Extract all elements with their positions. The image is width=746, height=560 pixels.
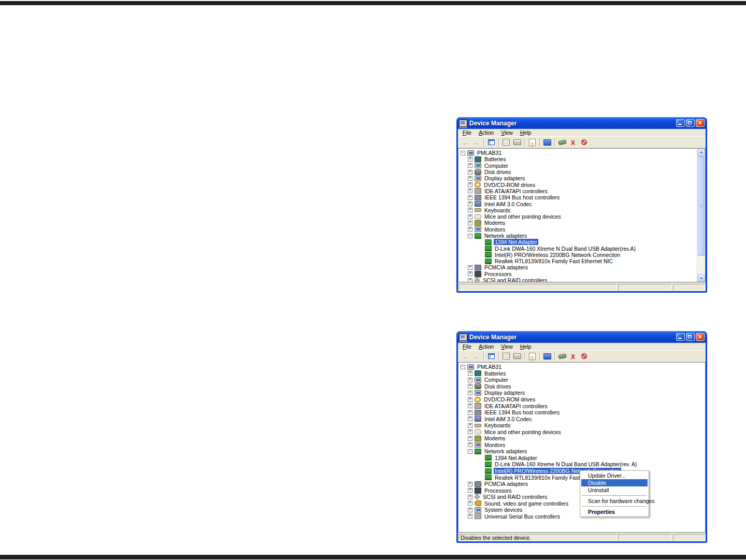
expand-toggle[interactable]: + <box>468 157 472 162</box>
title-bar[interactable]: Device Manager <box>456 331 707 343</box>
expand-toggle[interactable]: + <box>468 278 472 282</box>
tree-item[interactable]: +Disk drives <box>458 383 705 390</box>
expand-toggle[interactable]: + <box>468 501 472 506</box>
back-button[interactable] <box>460 138 470 147</box>
update-driver-button[interactable] <box>542 352 552 361</box>
expand-toggle[interactable]: + <box>468 384 472 389</box>
tree-item[interactable]: +Mice and other pointing devices <box>458 428 705 435</box>
expand-toggle[interactable]: + <box>468 429 472 434</box>
tree-item[interactable]: +Batteries <box>458 370 705 377</box>
expand-toggle[interactable]: + <box>468 371 472 376</box>
menu-action[interactable]: Action <box>475 343 497 350</box>
tree-item[interactable]: -Network adapters <box>458 233 697 239</box>
expand-toggle[interactable]: + <box>468 404 472 408</box>
collapse-toggle[interactable]: - <box>461 151 465 155</box>
tree-item[interactable]: +Computer <box>458 163 697 169</box>
minimize-button[interactable] <box>676 333 685 341</box>
tree-item[interactable]: +IEEE 1394 Bus host controllers <box>458 409 705 416</box>
disable-button[interactable] <box>579 138 589 147</box>
expand-toggle[interactable]: + <box>468 271 472 276</box>
expand-toggle[interactable]: + <box>468 391 472 395</box>
menu-action[interactable]: Action <box>475 130 497 136</box>
expand-toggle[interactable]: + <box>468 182 472 187</box>
expand-toggle[interactable]: + <box>468 170 472 175</box>
forward-button[interactable] <box>471 138 481 147</box>
console-tree-button[interactable] <box>486 352 496 361</box>
expand-toggle[interactable]: + <box>468 265 472 270</box>
tree-item[interactable]: -Network adapters <box>458 448 705 455</box>
context-menu-item[interactable]: Disable <box>581 479 648 486</box>
expand-toggle[interactable]: + <box>468 189 472 193</box>
print-button[interactable] <box>512 352 522 361</box>
expand-toggle[interactable]: + <box>468 214 472 219</box>
tree-item[interactable]: D-Link DWA-160 Xtreme N Dual Band USB Ad… <box>458 245 697 251</box>
help-button[interactable] <box>527 352 537 361</box>
tree-item[interactable]: -PMLAB31 <box>458 150 697 156</box>
uninstall-button[interactable] <box>568 352 578 361</box>
tree-item[interactable]: +Modems <box>458 435 705 442</box>
back-button[interactable] <box>460 352 470 361</box>
scan-hardware-button[interactable] <box>557 138 567 147</box>
tree-item[interactable]: +SCSI and RAID controllers <box>458 277 697 282</box>
collapse-toggle[interactable]: - <box>468 449 472 454</box>
close-button[interactable] <box>696 333 705 341</box>
tree-item[interactable]: +Display adapters <box>458 175 697 181</box>
tree-item[interactable]: +Modems <box>458 220 697 226</box>
tree-item[interactable]: +Disk drives <box>458 169 697 175</box>
scroll-down-button[interactable] <box>697 274 705 282</box>
menu-help[interactable]: Help <box>517 343 535 350</box>
tree-item[interactable]: +Monitors <box>458 226 697 233</box>
expand-toggle[interactable]: + <box>468 423 472 428</box>
expand-toggle[interactable]: + <box>468 417 472 421</box>
minimize-button[interactable] <box>676 119 685 127</box>
print-button[interactable] <box>512 138 522 147</box>
scroll-up-button[interactable] <box>697 149 705 156</box>
expand-toggle[interactable]: + <box>468 495 472 499</box>
expand-toggle[interactable]: + <box>468 227 472 232</box>
properties-button[interactable] <box>501 352 511 361</box>
menu-help[interactable]: Help <box>517 130 535 136</box>
collapse-toggle[interactable]: - <box>468 234 472 238</box>
uninstall-button[interactable] <box>568 138 578 147</box>
tree-item[interactable]: 1394 Net Adapter <box>458 455 705 462</box>
menu-file[interactable]: File <box>459 130 475 136</box>
tree-item[interactable]: +IDE ATA/ATAPI controllers <box>458 403 705 409</box>
maximize-button[interactable] <box>686 119 695 127</box>
tree-item[interactable]: +Keyboards <box>458 422 705 429</box>
tree-item[interactable]: 1394 Net Adapter <box>458 239 697 245</box>
menu-view[interactable]: View <box>497 130 517 136</box>
tree-item[interactable]: +DVD/CD-ROM drives <box>458 396 705 403</box>
tree-item[interactable]: +Monitors <box>458 442 705 449</box>
help-button[interactable] <box>527 138 537 147</box>
menu-view[interactable]: View <box>497 343 517 350</box>
expand-toggle[interactable]: + <box>468 488 472 493</box>
title-bar[interactable]: Device Manager <box>456 117 707 129</box>
expand-toggle[interactable]: + <box>468 176 472 181</box>
tree-item[interactable]: +Keyboards <box>458 207 697 213</box>
tree-item[interactable]: Intel(R) PRO/Wireless 2200BG Network Con… <box>458 252 697 258</box>
vertical-scrollbar[interactable] <box>697 149 705 282</box>
context-menu-item[interactable]: Update Driver... <box>581 472 648 479</box>
tree-item[interactable]: +IEEE 1394 Bus host controllers <box>458 194 697 200</box>
scroll-thumb[interactable] <box>698 156 705 256</box>
scan-hardware-button[interactable] <box>557 352 567 361</box>
menu-file[interactable]: File <box>459 343 475 350</box>
tree-item[interactable]: +Intel AIM 3.0 Codec <box>458 200 697 207</box>
expand-toggle[interactable]: + <box>468 163 472 168</box>
tree-item[interactable]: +Computer <box>458 377 705 383</box>
tree-item[interactable]: +Batteries <box>458 156 697 162</box>
expand-toggle[interactable]: + <box>468 397 472 402</box>
tree-item[interactable]: -PMLAB31 <box>458 364 705 370</box>
expand-toggle[interactable]: + <box>468 508 472 512</box>
expand-toggle[interactable]: + <box>468 208 472 212</box>
maximize-button[interactable] <box>686 333 695 341</box>
disable-button[interactable] <box>579 352 589 361</box>
tree-item[interactable]: +PCMCIA adapters <box>458 264 697 270</box>
collapse-toggle[interactable]: - <box>461 365 465 369</box>
expand-toggle[interactable]: + <box>468 436 472 441</box>
tree-item[interactable]: D-Link DWA-160 Xtreme N Dual Band USB Ad… <box>458 461 705 468</box>
expand-toggle[interactable]: + <box>468 221 472 225</box>
properties-button[interactable] <box>501 138 511 147</box>
console-tree-button[interactable] <box>486 138 496 147</box>
expand-toggle[interactable]: + <box>468 514 472 519</box>
